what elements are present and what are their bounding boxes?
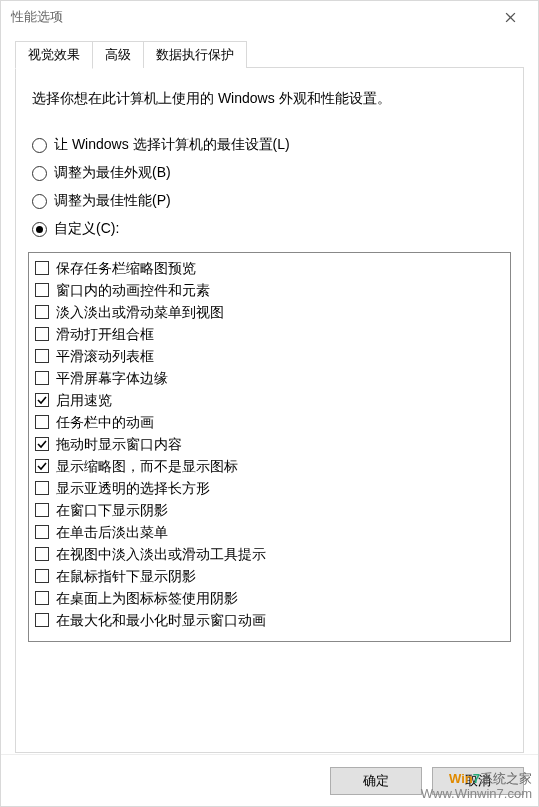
checkbox-icon <box>35 547 49 561</box>
list-item[interactable]: 拖动时显示窗口内容 <box>35 433 504 455</box>
performance-options-window: 性能选项 视觉效果 高级 数据执行保护 选择你想在此计算机上使用的 Window… <box>0 0 539 807</box>
checkbox-label: 拖动时显示窗口内容 <box>56 434 182 454</box>
checkbox-icon <box>35 415 49 429</box>
dialog-footer: 确定 取消 Win7系统之家 Www.Winwin7.com <box>1 754 538 806</box>
list-item[interactable]: 保存任务栏缩略图预览 <box>35 257 504 279</box>
list-item[interactable]: 在视图中淡入淡出或滑动工具提示 <box>35 543 504 565</box>
list-item[interactable]: 在鼠标指针下显示阴影 <box>35 565 504 587</box>
checkbox-icon <box>35 261 49 275</box>
radio-label: 调整为最佳外观(B) <box>54 164 171 182</box>
list-item[interactable]: 在窗口下显示阴影 <box>35 499 504 521</box>
checkbox-label: 在鼠标指针下显示阴影 <box>56 566 196 586</box>
window-title: 性能选项 <box>11 8 490 26</box>
checkbox-icon <box>35 371 49 385</box>
list-item[interactable]: 在单击后淡出菜单 <box>35 521 504 543</box>
checkbox-label: 启用速览 <box>56 390 112 410</box>
tab-dep[interactable]: 数据执行保护 <box>144 41 247 68</box>
radio-option-1[interactable]: 调整为最佳外观(B) <box>32 164 511 182</box>
list-item[interactable]: 滑动打开组合框 <box>35 323 504 345</box>
titlebar: 性能选项 <box>1 1 538 33</box>
button-label: 确定 <box>363 772 389 790</box>
list-item[interactable]: 平滑滚动列表框 <box>35 345 504 367</box>
radio-label: 自定义(C): <box>54 220 119 238</box>
list-item[interactable]: 淡入淡出或滑动菜单到视图 <box>35 301 504 323</box>
visual-effects-list[interactable]: 保存任务栏缩略图预览窗口内的动画控件和元素淡入淡出或滑动菜单到视图滑动打开组合框… <box>28 252 511 642</box>
checkbox-icon <box>35 393 49 407</box>
close-icon <box>505 12 516 23</box>
radio-icon <box>32 166 47 181</box>
radio-label: 调整为最佳性能(P) <box>54 192 171 210</box>
checkbox-label: 平滑屏幕字体边缘 <box>56 368 168 388</box>
checkbox-label: 平滑滚动列表框 <box>56 346 154 366</box>
checkbox-icon <box>35 613 49 627</box>
radio-label: 让 Windows 选择计算机的最佳设置(L) <box>54 136 290 154</box>
checkbox-icon <box>35 503 49 517</box>
close-button[interactable] <box>490 1 530 33</box>
list-item[interactable]: 在桌面上为图标标签使用阴影 <box>35 587 504 609</box>
checkbox-icon <box>35 349 49 363</box>
list-item[interactable]: 在最大化和最小化时显示窗口动画 <box>35 609 504 631</box>
radio-icon <box>32 138 47 153</box>
checkbox-icon <box>35 305 49 319</box>
checkbox-label: 在桌面上为图标标签使用阴影 <box>56 588 238 608</box>
list-item[interactable]: 窗口内的动画控件和元素 <box>35 279 504 301</box>
tabpanel-visual-effects: 选择你想在此计算机上使用的 Windows 外观和性能设置。 让 Windows… <box>15 67 524 753</box>
list-item[interactable]: 显示缩略图，而不是显示图标 <box>35 455 504 477</box>
radio-icon <box>32 194 47 209</box>
checkbox-label: 在单击后淡出菜单 <box>56 522 168 542</box>
list-item[interactable]: 显示亚透明的选择长方形 <box>35 477 504 499</box>
checkbox-icon <box>35 459 49 473</box>
ok-button[interactable]: 确定 <box>330 767 422 795</box>
tab-label: 数据执行保护 <box>156 47 234 62</box>
tab-label: 视觉效果 <box>28 47 80 62</box>
radio-group: 让 Windows 选择计算机的最佳设置(L)调整为最佳外观(B)调整为最佳性能… <box>28 136 511 238</box>
checkbox-label: 显示缩略图，而不是显示图标 <box>56 456 238 476</box>
checkbox-icon <box>35 481 49 495</box>
checkbox-label: 滑动打开组合框 <box>56 324 154 344</box>
checkbox-label: 保存任务栏缩略图预览 <box>56 258 196 278</box>
checkbox-icon <box>35 569 49 583</box>
checkbox-label: 任务栏中的动画 <box>56 412 154 432</box>
checkbox-icon <box>35 283 49 297</box>
checkbox-icon <box>35 591 49 605</box>
cancel-button[interactable]: 取消 <box>432 767 524 795</box>
tabstrip: 视觉效果 高级 数据执行保护 <box>15 41 524 68</box>
tab-visual-effects[interactable]: 视觉效果 <box>15 41 93 69</box>
checkbox-label: 在最大化和最小化时显示窗口动画 <box>56 610 266 630</box>
instruction-text: 选择你想在此计算机上使用的 Windows 外观和性能设置。 <box>32 90 507 108</box>
radio-option-2[interactable]: 调整为最佳性能(P) <box>32 192 511 210</box>
list-item[interactable]: 平滑屏幕字体边缘 <box>35 367 504 389</box>
radio-option-3[interactable]: 自定义(C): <box>32 220 511 238</box>
list-item[interactable]: 启用速览 <box>35 389 504 411</box>
content-area: 视觉效果 高级 数据执行保护 选择你想在此计算机上使用的 Windows 外观和… <box>1 33 538 754</box>
checkbox-label: 在窗口下显示阴影 <box>56 500 168 520</box>
radio-icon <box>32 222 47 237</box>
checkbox-label: 淡入淡出或滑动菜单到视图 <box>56 302 224 322</box>
checkbox-label: 窗口内的动画控件和元素 <box>56 280 210 300</box>
checkbox-icon <box>35 327 49 341</box>
checkbox-label: 显示亚透明的选择长方形 <box>56 478 210 498</box>
checkbox-label: 在视图中淡入淡出或滑动工具提示 <box>56 544 266 564</box>
checkbox-icon <box>35 525 49 539</box>
radio-option-0[interactable]: 让 Windows 选择计算机的最佳设置(L) <box>32 136 511 154</box>
checkbox-icon <box>35 437 49 451</box>
button-label: 取消 <box>465 772 491 790</box>
tab-advanced[interactable]: 高级 <box>93 41 144 68</box>
tab-label: 高级 <box>105 47 131 62</box>
list-item[interactable]: 任务栏中的动画 <box>35 411 504 433</box>
